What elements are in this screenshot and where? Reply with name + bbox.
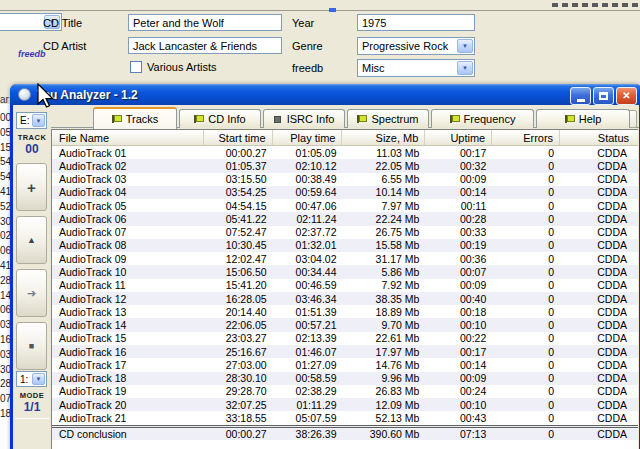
- tab-frequency[interactable]: Frequency: [431, 109, 534, 128]
- cell: 27:03.00: [204, 359, 273, 371]
- column-header-uptime[interactable]: Uptime: [425, 130, 492, 145]
- table-row[interactable]: AudioTrack 2032:07.2501:11.2912.09 Mb00:…: [52, 398, 638, 411]
- cell: 00:34.44: [273, 266, 343, 278]
- cd-artist-label: CD Artist: [43, 40, 86, 52]
- clipped-track-time: 02: [0, 230, 10, 241]
- mode-caption: MODE: [13, 391, 51, 400]
- table-row[interactable]: AudioTrack 0912:02.4703:04.0231.17 Mb00:…: [52, 252, 638, 265]
- chevron-down-icon[interactable]: ▼: [457, 39, 473, 53]
- table-row[interactable]: AudioTrack 1625:16.6701:46.0717.97 Mb00:…: [52, 345, 638, 358]
- cell: 38.35 Mb: [342, 293, 425, 305]
- column-header-play-time[interactable]: Play time: [273, 130, 343, 145]
- cell: CD conclusion: [52, 428, 204, 440]
- cell: 6.55 Mb: [342, 173, 425, 185]
- table-row[interactable]: AudioTrack 1828:30.1000:58.599.96 Mb00:0…: [52, 372, 638, 385]
- table-row[interactable]: AudioTrack 0100:00.2701:05.0911.03 Mb00:…: [52, 146, 638, 159]
- table-row[interactable]: AudioTrack 0504:54.1500:47.067.97 Mb00:1…: [52, 199, 638, 212]
- table-row[interactable]: AudioTrack 1727:03.0001:27.0914.76 Mb00:…: [52, 358, 638, 371]
- table-row[interactable]: AudioTrack 0605:41.2202:11.2422.24 Mb00:…: [52, 212, 638, 225]
- table-row[interactable]: AudioTrack 1320:14.4001:51.3918.89 Mb00:…: [52, 305, 638, 318]
- maximize-button[interactable]: [593, 87, 614, 105]
- cell: 00:36: [425, 253, 492, 265]
- clipped-track-time: 41: [0, 260, 10, 271]
- table-row[interactable]: AudioTrack 1015:06.5000:34.445.86 Mb00:0…: [52, 265, 638, 278]
- cell: 0: [492, 147, 560, 159]
- forward-button[interactable]: ➔: [16, 269, 47, 317]
- flag-icon: [357, 115, 365, 123]
- column-header-errors[interactable]: Errors: [492, 130, 560, 145]
- cell: 29:28.70: [204, 385, 273, 397]
- cell: 22.05 Mb: [342, 160, 425, 172]
- chevron-down-icon[interactable]: ▼: [32, 114, 45, 127]
- speed-select-value: 1:: [20, 374, 28, 385]
- year-input[interactable]: 1975: [357, 14, 475, 31]
- cd-title-label: CD Title: [43, 17, 82, 29]
- table-row[interactable]: AudioTrack 1216:28.0503:46.3438.35 Mb00:…: [52, 292, 638, 305]
- table-row[interactable]: AudioTrack 1523:03.2702:13.3922.61 Mb00:…: [52, 332, 638, 345]
- cell: 05:07.59: [273, 412, 343, 424]
- table-row[interactable]: AudioTrack 0303:15.5000:38.496.55 Mb00:0…: [52, 173, 638, 186]
- flag-icon: [112, 115, 120, 123]
- eject-button[interactable]: ▲: [16, 216, 47, 264]
- tab-tracks[interactable]: Tracks: [93, 107, 177, 129]
- stop-button[interactable]: ■: [16, 322, 47, 370]
- clipped-track-time: 18: [0, 408, 10, 419]
- table-row[interactable]: AudioTrack 0201:05.3702:10.1222.05 Mb00:…: [52, 159, 638, 172]
- column-header-size-mb[interactable]: Size, Mb: [342, 130, 425, 145]
- cell: 9.70 Mb: [342, 319, 425, 331]
- cd-artist-input[interactable]: Jack Lancaster & Friends: [128, 37, 282, 54]
- mouse-cursor: [36, 83, 54, 109]
- column-header-start-time[interactable]: Start time: [204, 130, 273, 145]
- summary-row[interactable]: CD conclusion00:00.2738:26.39390.60 Mb07…: [52, 425, 638, 440]
- table-row[interactable]: AudioTrack 0403:54.2500:59.6410.14 Mb00:…: [52, 186, 638, 199]
- cell: 02:10.12: [273, 160, 343, 172]
- cell: 02:11.24: [273, 213, 343, 225]
- table-row[interactable]: AudioTrack 1929:28.7002:38.2926.83 Mb00:…: [52, 385, 638, 398]
- chevron-down-icon[interactable]: ▼: [457, 61, 473, 75]
- cell: 22.61 Mb: [342, 332, 425, 344]
- cell: 02:38.29: [273, 385, 343, 397]
- column-header-status[interactable]: Status: [560, 130, 638, 145]
- minimize-button[interactable]: [570, 87, 591, 105]
- cd-title-input[interactable]: Peter and the Wolf: [128, 14, 282, 31]
- close-button[interactable]: ✕: [616, 87, 637, 105]
- cell: 00:11: [425, 200, 492, 212]
- cell: 00:40: [425, 293, 492, 305]
- table-row[interactable]: AudioTrack 1115:41.2000:46.597.92 Mb00:0…: [52, 279, 638, 292]
- table-row[interactable]: AudioTrack 2133:18.5505:07.5952.13 Mb00:…: [52, 411, 638, 424]
- plus-button[interactable]: +: [16, 163, 47, 211]
- table-row[interactable]: AudioTrack 1422:06.0500:57.219.70 Mb00:1…: [52, 318, 638, 331]
- table-row[interactable]: AudioTrack 0707:52.4702:37.7226.75 Mb00:…: [52, 226, 638, 239]
- clipped-track-time: 00: [0, 112, 10, 123]
- freedb-select[interactable]: Misc ▼: [357, 59, 475, 77]
- clipped-track-time: 16: [0, 334, 10, 345]
- tab-strip: ◄ ► TracksCD InfoISRC InfoSpectrumFreque…: [51, 107, 639, 128]
- clipped-track-time: 54: [0, 171, 10, 182]
- various-artists-checkbox[interactable]: [130, 61, 142, 73]
- cell: CDDA: [560, 306, 638, 318]
- genre-select[interactable]: Progressive Rock ▼: [357, 37, 475, 55]
- speed-select[interactable]: 1: ▼: [16, 371, 47, 387]
- table-row[interactable]: AudioTrack 0810:30.4501:32.0115.58 Mb00:…: [52, 239, 638, 252]
- tab-cd-info[interactable]: CD Info: [179, 109, 261, 128]
- cell: 01:46.07: [273, 346, 343, 358]
- drive-select[interactable]: E: ▼: [16, 112, 47, 129]
- table-body: AudioTrack 0100:00.2701:05.0911.03 Mb00:…: [52, 146, 638, 440]
- clipped-track-time: 28: [0, 378, 10, 389]
- mode-value: 1/1: [13, 400, 51, 414]
- cell: CDDA: [560, 385, 638, 397]
- tab-spectrum[interactable]: Spectrum: [347, 109, 429, 128]
- titlebar[interactable]: Tau Analyzer - 1.2 ✕: [10, 84, 640, 105]
- cell: 00:09: [425, 279, 492, 291]
- cell: 25:16.67: [204, 346, 273, 358]
- tab-help[interactable]: Help: [536, 109, 630, 128]
- tab-label: Help: [579, 113, 602, 125]
- cell: 00:14: [425, 186, 492, 198]
- tracks-table: File NameStart timePlay timeSize, MbUpti…: [51, 129, 638, 449]
- column-header-file-name[interactable]: File Name: [52, 130, 204, 145]
- chevron-down-icon[interactable]: ▼: [32, 373, 45, 385]
- cell: 7.92 Mb: [342, 279, 425, 291]
- cell: 00:57.21: [273, 319, 343, 331]
- cell: AudioTrack 17: [52, 359, 204, 371]
- tab-isrc-info[interactable]: ISRC Info: [263, 109, 345, 128]
